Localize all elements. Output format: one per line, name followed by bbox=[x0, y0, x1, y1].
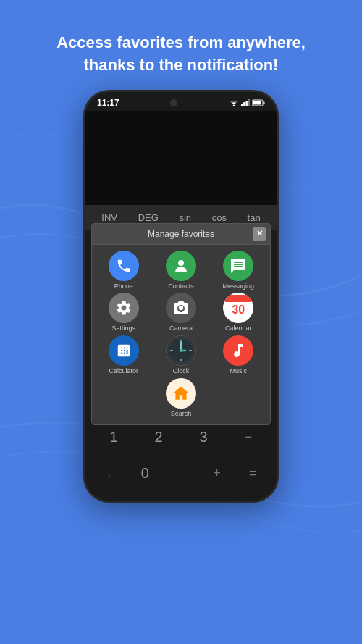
manage-favorites-popup: Manage favorites ✕ Phone bbox=[91, 223, 271, 425]
calc-2[interactable]: 2 bbox=[140, 422, 177, 453]
calc-display bbox=[85, 111, 277, 205]
status-time: 11:17 bbox=[97, 98, 119, 108]
calc-tan[interactable]: tan bbox=[248, 212, 261, 223]
svg-rect-1 bbox=[243, 102, 245, 106]
app-phone[interactable]: Phone bbox=[104, 251, 144, 290]
clock-label: Clock bbox=[173, 368, 190, 375]
calc-row-2: 1 2 3 − bbox=[85, 419, 277, 456]
camera-label: Camera bbox=[169, 325, 193, 333]
app-contacts[interactable]: Contacts bbox=[161, 251, 201, 290]
popup-title: Manage favorites bbox=[148, 229, 214, 239]
popup-close-button[interactable]: ✕ bbox=[253, 227, 266, 241]
search-label: Search bbox=[171, 411, 192, 418]
app-grid: Phone Contacts bbox=[92, 245, 270, 425]
calc-blank bbox=[163, 459, 199, 489]
app-search[interactable]: Search bbox=[161, 378, 201, 418]
settings-label: Settings bbox=[111, 325, 135, 333]
app-clock[interactable]: Clock bbox=[161, 335, 201, 375]
camera-notch bbox=[170, 99, 177, 106]
svg-point-15 bbox=[180, 349, 182, 352]
calendar-icon: 30 bbox=[223, 293, 253, 323]
app-music[interactable]: Music bbox=[218, 335, 258, 375]
calc-subtract[interactable]: − bbox=[230, 422, 266, 453]
header-text: Access favorites from anywhere, thanks t… bbox=[35, 32, 327, 77]
app-settings[interactable]: Settings bbox=[104, 293, 144, 333]
svg-rect-3 bbox=[248, 99, 250, 106]
calc-deg[interactable]: DEG bbox=[138, 212, 159, 223]
calc-cos[interactable]: cos bbox=[212, 212, 227, 223]
status-bar: 11:17 bbox=[85, 92, 277, 111]
calc-dot[interactable]: . bbox=[91, 459, 127, 489]
calc-sin[interactable]: sin bbox=[179, 212, 191, 223]
svg-rect-0 bbox=[241, 104, 243, 106]
messaging-icon bbox=[223, 251, 253, 281]
settings-icon bbox=[109, 293, 139, 323]
svg-point-7 bbox=[178, 260, 184, 266]
calc-inv[interactable]: INV bbox=[101, 212, 117, 223]
phone-label: Phone bbox=[114, 283, 133, 290]
calculator-label: Calculator bbox=[109, 368, 138, 375]
popup-header: Manage favorites ✕ bbox=[92, 224, 270, 245]
search-icon bbox=[166, 378, 196, 409]
svg-rect-6 bbox=[263, 101, 264, 104]
app-calendar[interactable]: 30 Calendar bbox=[218, 293, 258, 333]
header-line1: Access favorites from anywhere, bbox=[56, 33, 306, 51]
phone-mockup: 11:17 bbox=[83, 90, 279, 503]
calc-equals[interactable]: = bbox=[235, 459, 271, 489]
battery-icon bbox=[252, 99, 265, 106]
camera-icon bbox=[166, 293, 196, 323]
contacts-icon bbox=[166, 251, 196, 281]
phone-screen: INV DEG sin cos tan Manage favorites ✕ P… bbox=[85, 111, 277, 501]
calc-0[interactable]: 0 bbox=[127, 459, 164, 489]
signal-icon bbox=[241, 99, 250, 106]
clock-icon bbox=[166, 335, 196, 366]
calc-1[interactable]: 1 bbox=[96, 422, 132, 453]
calc-3[interactable]: 3 bbox=[185, 422, 222, 453]
contacts-label: Contacts bbox=[168, 283, 194, 290]
app-calculator[interactable]: Calculator bbox=[104, 335, 144, 375]
app-camera[interactable]: Camera bbox=[161, 293, 201, 333]
header-line2: thanks to the notification! bbox=[84, 56, 279, 74]
status-icons bbox=[229, 99, 265, 106]
svg-rect-5 bbox=[253, 101, 261, 104]
wifi-icon bbox=[229, 99, 239, 106]
messaging-label: Messaging bbox=[223, 283, 255, 290]
calculator-icon bbox=[109, 335, 139, 366]
music-icon bbox=[223, 335, 253, 366]
calendar-label: Calendar bbox=[225, 325, 252, 333]
svg-rect-2 bbox=[245, 101, 248, 106]
calc-row-3: . 0 + = bbox=[85, 456, 277, 492]
music-label: Music bbox=[230, 368, 248, 375]
phone-icon bbox=[109, 251, 139, 281]
app-messaging[interactable]: Messaging bbox=[218, 251, 258, 290]
calc-add[interactable]: + bbox=[199, 459, 235, 489]
